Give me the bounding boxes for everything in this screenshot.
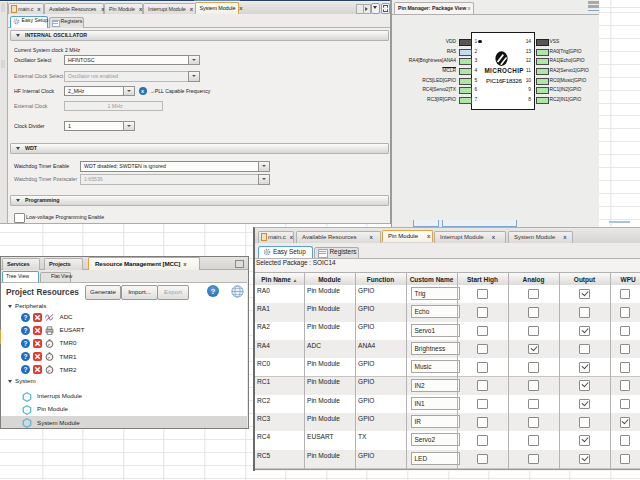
svg-text:PIC16F18326: PIC16F18326 (486, 77, 523, 84)
svg-text:MICROCHIP: MICROCHIP (484, 67, 523, 74)
